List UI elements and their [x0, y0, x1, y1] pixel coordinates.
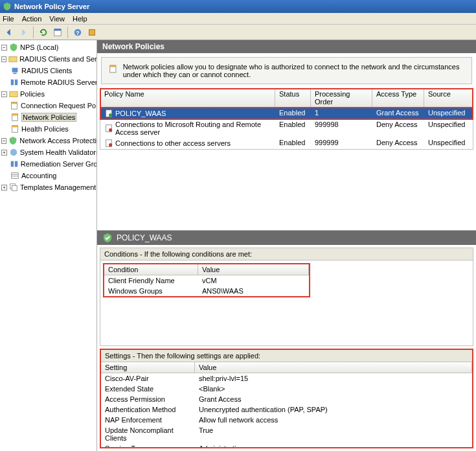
setting-key: Authentication Method	[101, 405, 195, 414]
setting-row[interactable]: Service-TypeAdministrative	[101, 443, 472, 447]
shield-check-icon	[102, 233, 113, 243]
svg-rect-16	[12, 126, 18, 128]
tree-nap[interactable]: Network Access Protection	[19, 137, 96, 145]
window-title: Network Policy Server	[14, 3, 89, 10]
setting-key: Extended State	[101, 384, 195, 393]
tree-sys-health[interactable]: System Health Validators	[20, 148, 96, 156]
cond-col-condition[interactable]: Condition	[104, 264, 198, 275]
tree-remote-radius[interactable]: Remote RADIUS Server G	[21, 78, 96, 86]
grid-header: Policy Name Status Processing Order Acce…	[100, 89, 473, 108]
svg-rect-22	[12, 185, 17, 191]
menu-file[interactable]: File	[3, 15, 14, 23]
collapse-icon[interactable]: −	[1, 138, 6, 144]
setting-value: shell:priv-lvl=15	[195, 374, 472, 383]
menu-view[interactable]: View	[49, 15, 65, 23]
collapse-icon[interactable]: −	[1, 45, 7, 51]
setting-row[interactable]: Extended State<Blank>	[101, 384, 472, 394]
cond-col-value[interactable]: Value	[198, 264, 309, 275]
setting-row[interactable]: Authentication MethodUnencrypted authent…	[101, 404, 472, 415]
content-pane: Network Policies Network policies allow …	[97, 40, 476, 451]
menu-action[interactable]: Action	[22, 15, 42, 23]
policy-source: Unspecified	[424, 138, 473, 148]
folder-icon	[8, 54, 17, 64]
nps-icon	[9, 43, 18, 52]
tree-accounting[interactable]: Accounting	[21, 172, 56, 179]
col-source[interactable]: Source	[424, 89, 473, 107]
toolbar-separator	[67, 27, 68, 38]
conditions-panel: Conditions - If the following conditions…	[100, 248, 473, 346]
setting-value: Allow full network access	[195, 415, 472, 424]
navigation-tree[interactable]: − NPS (Local) − RADIUS Clients and Serve…	[0, 40, 97, 451]
expand-icon[interactable]: +	[1, 150, 7, 156]
policy-source: Unspecified	[424, 108, 473, 119]
setting-key: Service-Type	[101, 444, 195, 447]
extra-button[interactable]	[85, 26, 98, 39]
policy-order: 1	[311, 108, 372, 119]
settings-title: Settings - Then the following settings a…	[101, 350, 472, 362]
col-status[interactable]: Status	[275, 89, 311, 107]
policy-icon	[104, 139, 113, 148]
collapse-icon[interactable]: −	[1, 91, 7, 97]
setting-key: Update Noncompliant Clients	[101, 426, 195, 443]
setting-key: NAP Enforcement	[101, 415, 195, 424]
svg-rect-5	[9, 57, 17, 62]
policy-name: POLICY_WAAS	[115, 110, 166, 117]
info-icon	[108, 64, 118, 77]
col-policy-name[interactable]: Policy Name	[100, 89, 275, 107]
expand-icon[interactable]: +	[1, 185, 7, 191]
properties-button[interactable]	[51, 26, 64, 39]
setting-row[interactable]: Cisco-AV-Pairshell:priv-lvl=15	[101, 373, 472, 384]
toolbar: ?	[0, 25, 476, 40]
setting-row[interactable]: Access PermissionGrant Access	[101, 394, 472, 404]
tree-templates[interactable]: Templates Management	[20, 183, 96, 191]
refresh-button[interactable]	[37, 26, 50, 39]
tree-policies[interactable]: Policies	[20, 90, 45, 98]
col-access[interactable]: Access Type	[372, 89, 424, 107]
policy-icon	[10, 101, 19, 110]
app-icon	[3, 2, 12, 11]
info-banner: Network policies allow you to designate …	[101, 57, 472, 84]
menu-help[interactable]: Help	[73, 15, 87, 23]
tree-root[interactable]: NPS (Local)	[20, 43, 58, 51]
back-button[interactable]	[3, 26, 16, 39]
conditions-title: Conditions - If the following conditions…	[100, 248, 473, 260]
setting-value: Grant Access	[195, 395, 472, 404]
svg-rect-19	[15, 161, 17, 167]
tree-health-policies[interactable]: Health Policies	[21, 125, 69, 133]
svg-rect-24	[110, 65, 116, 67]
policy-row[interactable]: Connections to Microsoft Routing and Rem…	[100, 119, 473, 137]
svg-rect-6	[12, 68, 18, 73]
set-col-setting[interactable]: Setting	[101, 362, 195, 373]
help-button[interactable]: ?	[71, 26, 84, 39]
svg-text:?: ?	[76, 29, 79, 36]
forward-button[interactable]	[17, 26, 30, 39]
policy-row[interactable]: POLICY_WAAS Enabled 1 Grant Access Unspe…	[100, 108, 473, 119]
condition-key: Windows Groups	[104, 286, 198, 295]
set-col-value[interactable]: Value	[195, 362, 472, 373]
policy-row[interactable]: Connections to other access servers Enab…	[100, 137, 473, 149]
servergroup-icon	[10, 78, 19, 87]
toolbar-separator	[33, 27, 34, 38]
svg-point-26	[109, 113, 112, 117]
svg-rect-8	[11, 80, 14, 86]
condition-row[interactable]: Client Friendly NamevCM	[104, 275, 309, 286]
condition-row[interactable]: Windows GroupsANS0\WAAS	[104, 286, 309, 296]
folder-icon	[9, 89, 18, 98]
svg-rect-10	[10, 92, 17, 97]
tree-radius-clients[interactable]: RADIUS Clients	[21, 67, 72, 75]
tree-rem-group[interactable]: Remediation Server Group	[21, 160, 96, 168]
title-bar: Network Policy Server	[0, 0, 476, 13]
tree-network-policies[interactable]: Network Policies	[21, 113, 76, 122]
settings-header: Setting Value	[101, 362, 472, 373]
conditions-body: Client Friendly NamevCMWindows GroupsANS…	[104, 275, 309, 296]
policy-access: Grant Access	[372, 108, 424, 119]
col-order[interactable]: Processing Order	[311, 89, 372, 107]
main-area: − NPS (Local) − RADIUS Clients and Serve…	[0, 40, 476, 451]
collapse-icon[interactable]: −	[1, 56, 6, 62]
condition-value: ANS0\WAAS	[198, 286, 309, 295]
tree-radius[interactable]: RADIUS Clients and Servers	[19, 55, 96, 63]
settings-panel: Settings - Then the following settings a…	[100, 349, 473, 448]
setting-row[interactable]: NAP EnforcementAllow full network access	[101, 415, 472, 425]
setting-row[interactable]: Update Noncompliant ClientsTrue	[101, 425, 472, 443]
tree-conn-req[interactable]: Connection Request Polici	[21, 102, 96, 110]
